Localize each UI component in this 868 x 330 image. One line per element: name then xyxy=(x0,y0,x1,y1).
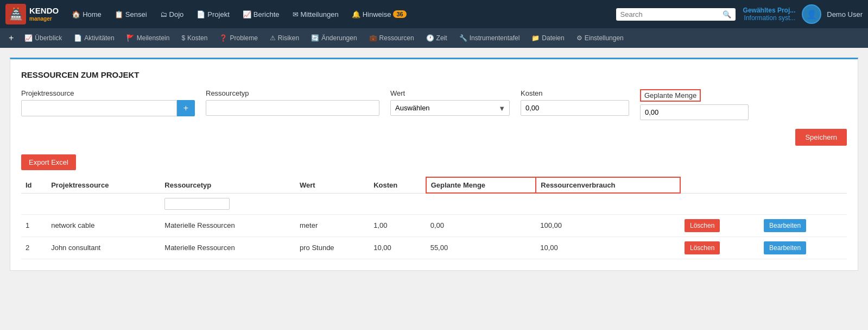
cell-wert: meter xyxy=(295,214,369,236)
speichern-row: Speichern xyxy=(21,129,847,146)
project-info: Gewähltes Proj... Information syst... xyxy=(743,7,796,22)
berichte-icon: 📈 xyxy=(243,10,251,18)
loschen-button[interactable]: Löschen xyxy=(685,241,720,254)
wert-select[interactable]: Auswählen meter pro Stunde Stück xyxy=(390,100,510,116)
bearbeiten-button[interactable]: Bearbeiten xyxy=(764,241,806,254)
geplante-menge-input[interactable] xyxy=(640,104,749,120)
user-avatar[interactable]: 👤 xyxy=(802,4,821,24)
col-id: Id xyxy=(21,177,47,193)
meilenstein-icon: 🚩 xyxy=(126,34,135,42)
form-group-ressourcetyp: Ressourcetyp xyxy=(206,89,379,116)
dojo-icon: 🗂 xyxy=(160,10,167,18)
aktivitaten-icon: 📄 xyxy=(74,34,82,42)
search-input[interactable] xyxy=(620,10,723,18)
add-button[interactable]: + xyxy=(4,31,18,45)
nav-projekt[interactable]: 📄 Projekt xyxy=(191,7,235,22)
hinweise-icon: 🔔 xyxy=(352,10,360,18)
nav-sensei[interactable]: 📋 Sensei xyxy=(109,7,153,22)
nav-dojo[interactable]: 🗂 Dojo xyxy=(155,7,189,22)
cell-geplante-menge: 0,00 xyxy=(426,214,536,236)
kosten-input[interactable] xyxy=(521,100,629,116)
subnav-probleme[interactable]: ❓ Probleme xyxy=(214,32,263,45)
cell-id: 1 xyxy=(21,214,47,236)
col-kosten: Kosten xyxy=(369,177,426,193)
nav-mitteilungen[interactable]: ✉ Mitteilungen xyxy=(287,7,344,22)
sensei-icon: 📋 xyxy=(115,10,123,18)
table-filter-row xyxy=(21,193,847,214)
instrumententafel-icon: 🔧 xyxy=(459,34,467,42)
subnav-risiken[interactable]: ⚠ Risiken xyxy=(264,32,305,45)
kosten-icon: $ xyxy=(181,34,185,42)
cell-kosten: 10,00 xyxy=(369,236,426,259)
nav-berichte[interactable]: 📈 Berichte xyxy=(237,7,285,22)
probleme-icon: ❓ xyxy=(219,34,227,42)
subnav-einstellungen[interactable]: ⚙ Einstellungen xyxy=(571,32,629,45)
subnav-aktivitaten[interactable]: 📄 Aktivitäten xyxy=(68,32,119,45)
cell-ressourcenverbrauch: 10,00 xyxy=(536,236,680,259)
cell-action-loschen: Löschen xyxy=(680,236,759,259)
page-title: RESSOURCEN ZUM PROJEKT xyxy=(21,70,847,79)
cell-ressourcetyp: Materielle Ressourcen xyxy=(160,214,295,236)
ressourcen-icon: 💼 xyxy=(369,34,377,42)
form-group-projektressource: Projektressource + xyxy=(21,89,195,116)
form-row: Projektressource + Ressourcetyp Wert Aus… xyxy=(21,89,847,120)
add-projektressource-button[interactable]: + xyxy=(177,100,195,116)
projektressource-input[interactable] xyxy=(21,100,177,116)
col-ressourcetyp: Ressourcetyp xyxy=(160,177,295,193)
logo-icon: 🏯 xyxy=(5,4,26,24)
projektressource-input-group: + xyxy=(21,100,195,116)
wert-label: Wert xyxy=(390,89,510,97)
col-actions2 xyxy=(759,177,847,193)
cell-projektressource: John consultant xyxy=(47,236,160,259)
logo[interactable]: 🏯 KENDO manager xyxy=(5,4,59,24)
top-navigation: 🏯 KENDO manager 🏠 Home 📋 Sensei 🗂 Dojo 📄… xyxy=(0,0,868,28)
project-sub: Information syst... xyxy=(743,14,796,22)
export-excel-button[interactable]: Export Excel xyxy=(21,154,76,170)
home-icon: 🏠 xyxy=(72,10,80,18)
main-content: RESSOURCEN ZUM PROJEKT Projektressource … xyxy=(10,58,858,271)
cell-geplante-menge: 55,00 xyxy=(426,236,536,259)
table-row: 2 John consultant Materielle Ressourcen … xyxy=(21,236,847,259)
mitteilungen-icon: ✉ xyxy=(293,10,299,18)
cell-ressourcetyp: Materielle Ressourcen xyxy=(160,236,295,259)
ressourcetyp-label: Ressourcetyp xyxy=(206,89,379,97)
projekt-icon: 📄 xyxy=(197,10,205,18)
form-group-wert: Wert Auswählen meter pro Stunde Stück ▼ xyxy=(390,89,510,116)
anderungen-icon: 🔄 xyxy=(311,34,319,42)
subnav-zeit[interactable]: 🕐 Zeit xyxy=(421,32,453,45)
cell-wert: pro Stunde xyxy=(295,236,369,259)
search-box[interactable]: 🔍 xyxy=(616,8,736,21)
ressourcetyp-filter-input[interactable] xyxy=(164,198,230,210)
logo-text: KENDO manager xyxy=(29,7,59,22)
speichern-button[interactable]: Speichern xyxy=(795,129,847,146)
bearbeiten-button[interactable]: Bearbeiten xyxy=(764,219,806,232)
wert-select-container: Auswählen meter pro Stunde Stück ▼ xyxy=(390,100,510,116)
cell-ressourcenverbrauch: 100,00 xyxy=(536,214,680,236)
subnav-ressourcen[interactable]: 💼 Ressourcen xyxy=(364,32,420,45)
subnav-instrumententafel[interactable]: 🔧 Instrumententafel xyxy=(454,32,525,45)
subnav-kosten[interactable]: $ Kosten xyxy=(176,32,213,45)
col-ressourcenverbrauch: Ressourcenverbrauch xyxy=(536,177,680,193)
projektressource-label: Projektressource xyxy=(21,89,195,97)
risiken-icon: ⚠ xyxy=(270,34,276,42)
table-row: 1 network cable Materielle Ressourcen me… xyxy=(21,214,847,236)
nav-hinweise[interactable]: 🔔 Hinweise 36 xyxy=(346,7,412,22)
subnav-anderungen[interactable]: 🔄 Änderungen xyxy=(306,32,362,45)
col-geplante-menge: Geplante Menge xyxy=(426,177,536,193)
nav-home[interactable]: 🏠 Home xyxy=(66,7,107,22)
cell-id: 2 xyxy=(21,236,47,259)
kosten-label: Kosten xyxy=(521,89,629,97)
ressourcetyp-input[interactable] xyxy=(206,100,379,116)
table-body: 1 network cable Materielle Ressourcen me… xyxy=(21,214,847,259)
subnav-uberblick[interactable]: 📈 Überblick xyxy=(19,32,67,45)
subnav-dateien[interactable]: 📁 Dateien xyxy=(526,32,569,45)
loschen-button[interactable]: Löschen xyxy=(685,219,720,232)
uberblick-icon: 📈 xyxy=(24,34,33,42)
form-group-geplante-menge: Geplante Menge xyxy=(640,89,749,120)
zeit-icon: 🕐 xyxy=(426,34,434,42)
form-group-kosten: Kosten xyxy=(521,89,629,116)
cell-action-loschen: Löschen xyxy=(680,214,759,236)
subnav-meilenstein[interactable]: 🚩 Meilenstein xyxy=(121,32,175,45)
search-icon[interactable]: 🔍 xyxy=(723,10,731,18)
cell-projektressource: network cable xyxy=(47,214,160,236)
